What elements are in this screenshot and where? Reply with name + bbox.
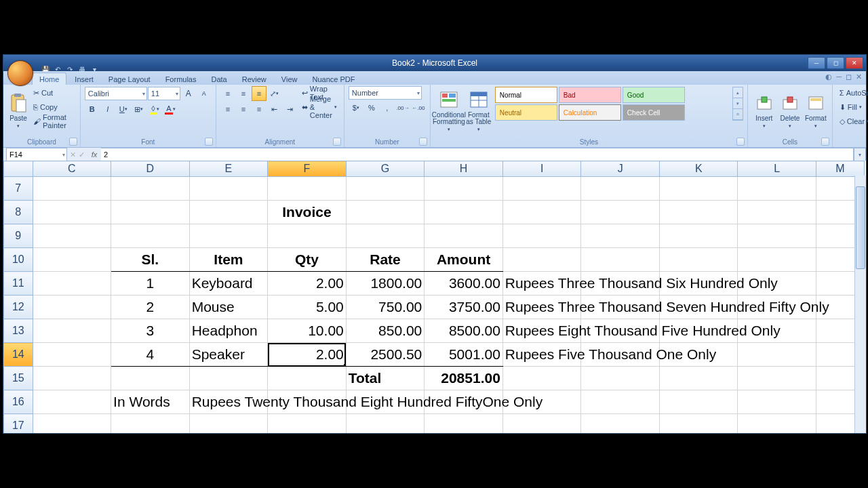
cell-G12[interactable]: 750.00 (346, 296, 425, 319)
cell-styles-gallery[interactable]: Normal Bad Good Neutral Calculation Chec… (494, 86, 732, 120)
tab-review[interactable]: Review (235, 73, 273, 85)
align-left-icon[interactable]: ≡ (220, 102, 235, 117)
column-header-G[interactable]: G (346, 161, 425, 177)
minimize-ribbon-icon[interactable]: ─ (836, 73, 842, 81)
cell-J7[interactable] (581, 177, 660, 201)
increase-font-icon[interactable]: A (181, 86, 196, 101)
font-name-dropdown[interactable]: Calibri (85, 87, 147, 100)
cell-D8[interactable] (111, 201, 190, 224)
accounting-format-icon[interactable]: $▾ (349, 100, 363, 115)
cell-F9[interactable] (268, 224, 347, 248)
cell-I7[interactable] (502, 177, 581, 201)
format-cells-button[interactable]: Format▾ (804, 86, 828, 134)
merge-center-button[interactable]: ⬌Merge & Center▾ (299, 100, 340, 114)
row-header-8[interactable]: 8 (4, 201, 33, 224)
cell-G11[interactable]: 1800.00 (346, 272, 425, 296)
cell-H9[interactable] (425, 224, 503, 248)
restore-workbook-icon[interactable]: ◻ (846, 73, 852, 81)
cell-L16[interactable] (738, 390, 816, 414)
column-header-C[interactable]: C (33, 161, 111, 177)
cell-C7[interactable] (33, 177, 111, 201)
cell-C11[interactable] (33, 272, 111, 296)
cell-C17[interactable] (33, 414, 111, 434)
row-header-13[interactable]: 13 (4, 319, 33, 343)
align-center-icon[interactable]: ≡ (236, 102, 251, 117)
cell-I12[interactable]: Rupees Three Thousand Seven Hundred Fift… (502, 296, 581, 319)
italic-button[interactable]: I (100, 102, 115, 117)
align-bottom-icon[interactable]: ≡ (252, 86, 267, 101)
font-color-button[interactable]: A▾ (163, 102, 178, 117)
cell-E10[interactable]: Item (189, 248, 268, 272)
cell-K9[interactable] (659, 224, 738, 248)
cell-G17[interactable] (346, 414, 425, 434)
cell-G10[interactable]: Rate (346, 248, 425, 272)
cell-L17[interactable] (738, 414, 816, 434)
cell-I13[interactable]: Rupees Eight Thousand Five Hundred Only (502, 319, 581, 343)
orientation-icon[interactable]: ⤢▾ (267, 86, 282, 101)
cell-K10[interactable] (659, 248, 738, 272)
row-header-10[interactable]: 10 (4, 248, 33, 272)
row-header-9[interactable]: 9 (4, 224, 33, 248)
cell-E11[interactable]: Keyboard (189, 272, 268, 296)
cell-H13[interactable]: 8500.00 (425, 319, 503, 343)
cell-K16[interactable] (659, 390, 738, 414)
tab-nuance-pdf[interactable]: Nuance PDF (305, 73, 361, 85)
cell-F8[interactable]: Invoice (268, 201, 347, 224)
cell-F12[interactable]: 5.00 (268, 296, 347, 319)
cell-H8[interactable] (425, 201, 503, 224)
underline-button[interactable]: U▾ (116, 102, 131, 117)
cell-D11[interactable]: 1 (111, 272, 190, 296)
insert-cells-button[interactable]: Insert▾ (752, 86, 776, 134)
cell-L8[interactable] (738, 201, 816, 224)
comma-format-icon[interactable]: , (380, 100, 395, 115)
cell-G7[interactable] (346, 177, 425, 201)
decrease-decimal-icon[interactable]: ←.00 (411, 100, 426, 115)
conditional-formatting-button[interactable]: Conditional Formatting▾ (435, 86, 463, 134)
cell-F17[interactable] (268, 414, 347, 434)
cell-F11[interactable]: 2.00 (268, 272, 347, 296)
vertical-scrollbar[interactable] (854, 176, 866, 433)
increase-decimal-icon[interactable]: .00→ (395, 100, 410, 115)
row-header-7[interactable]: 7 (4, 177, 33, 201)
column-header-K[interactable]: K (659, 161, 738, 177)
cell-E7[interactable] (189, 177, 268, 201)
cell-G8[interactable] (346, 201, 425, 224)
cut-button[interactable]: ✂Cut (31, 86, 76, 100)
tab-formulas[interactable]: Formulas (159, 73, 203, 85)
cell-D15[interactable] (111, 367, 190, 390)
cell-I10[interactable] (502, 248, 581, 272)
cell-J16[interactable] (581, 390, 660, 414)
cell-E17[interactable] (189, 414, 268, 434)
cell-D10[interactable]: Sl. (111, 248, 190, 272)
cell-K17[interactable] (659, 414, 738, 434)
cell-C10[interactable] (33, 248, 111, 272)
maximize-button[interactable]: ◻ (827, 57, 844, 69)
tab-home[interactable]: Home (32, 73, 66, 85)
format-as-table-button[interactable]: Format as Table▾ (465, 86, 493, 134)
border-button[interactable]: ⊞▾ (132, 102, 146, 117)
increase-indent-icon[interactable]: ⇥ (283, 102, 298, 117)
style-normal[interactable]: Normal (495, 87, 557, 103)
cell-E8[interactable] (189, 201, 268, 224)
cell-H7[interactable] (425, 177, 503, 201)
column-header-L[interactable]: L (738, 161, 816, 177)
cell-D17[interactable] (111, 414, 190, 434)
formula-input[interactable]: 2 (101, 148, 854, 161)
cell-C16[interactable] (33, 390, 111, 414)
column-header-D[interactable]: D (111, 161, 190, 177)
style-neutral[interactable]: Neutral (495, 104, 557, 121)
close-button[interactable]: ✕ (846, 57, 863, 69)
cell-F7[interactable] (268, 177, 347, 201)
cell-J17[interactable] (581, 414, 660, 434)
row-header-14[interactable]: 14 (4, 343, 33, 367)
gallery-scroll[interactable]: ▴▾≡ (732, 87, 743, 121)
cell-H17[interactable] (425, 414, 503, 434)
cell-G14[interactable]: 2500.50 (346, 343, 425, 367)
decrease-font-icon[interactable]: A (197, 86, 212, 101)
office-button[interactable] (7, 60, 33, 86)
cell-L7[interactable] (738, 177, 816, 201)
column-header-E[interactable]: E (189, 161, 268, 177)
cell-E15[interactable] (189, 367, 268, 390)
minimize-button[interactable]: ─ (808, 57, 825, 69)
paste-button[interactable]: Paste▾ (7, 86, 29, 134)
